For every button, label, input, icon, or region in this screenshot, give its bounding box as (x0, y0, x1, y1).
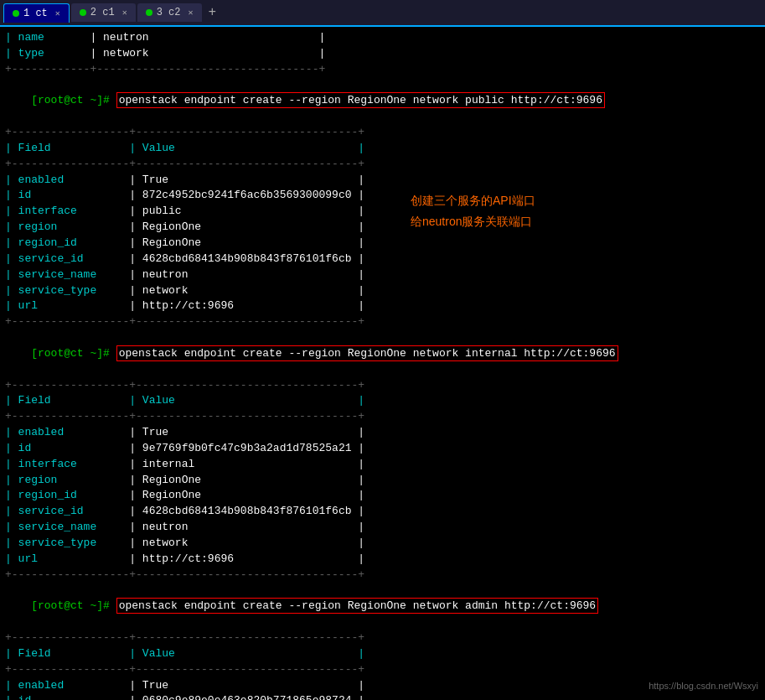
annotation-line1: 创建三个服务的API端口 (411, 190, 535, 211)
table2-div1: +------------------+--------------------… (5, 378, 760, 394)
annotation-line2: 给neutron服务关联端口 (411, 211, 535, 232)
table1-url: | url | http://ct:9696 | (5, 298, 760, 314)
table2-div2: +------------------+--------------------… (5, 409, 760, 425)
table1-service-type: | service_type | network | (5, 283, 760, 299)
tab-label-2: 2 c1 (90, 7, 115, 18)
tab-close-1[interactable]: ✕ (55, 8, 60, 18)
tab-bar: 1 ct ✕ 2 c1 ✕ 3 c2 ✕ + (0, 0, 765, 27)
table1-enabled: | enabled | True | (5, 173, 760, 189)
prompt-3: [root@ct ~]# (31, 599, 116, 612)
table1-region-id: | region_id | RegionOne | (5, 236, 760, 251)
table1-service-id: | service_id | 4628cbd684134b908b843f876… (5, 251, 760, 267)
command-line-3[interactable]: [root@ct ~]# openstack endpoint create -… (5, 583, 760, 631)
tab-close-3[interactable]: ✕ (189, 8, 194, 18)
command-line-2[interactable]: [root@ct ~]# openstack endpoint create -… (5, 330, 760, 378)
table1-div2: +------------------+--------------------… (5, 157, 760, 173)
table2-interface: | interface | internal | (5, 457, 760, 473)
tab-label-3: 3 c2 (157, 7, 181, 18)
table3-div1: +------------------+--------------------… (5, 630, 760, 646)
table3-div2: +------------------+--------------------… (5, 662, 760, 678)
table2-region-id: | region_id | RegionOne | (5, 488, 760, 504)
table1-interface: | interface | public | (5, 204, 760, 220)
table2-service-id: | service_id | 4628cbd684134b908b843f876… (5, 504, 760, 520)
table2-url: | url | http://ct:9696 | (5, 552, 760, 568)
terminal: | name | neutron | | type | network | +-… (0, 27, 765, 700)
tab-1ct[interactable]: 1 ct ✕ (3, 3, 70, 23)
line-name: | name | neutron | (5, 30, 760, 46)
cmd-text-3: openstack endpoint create --region Regio… (116, 598, 599, 614)
line-type: | type | network | (5, 46, 760, 62)
table2-service-name: | service_name | neutron | (5, 520, 760, 536)
command-line-1[interactable]: [root@ct ~]# openstack endpoint create -… (5, 78, 760, 126)
cmd-text-1: openstack endpoint create --region Regio… (116, 92, 605, 108)
table3-enabled: | enabled | True | (5, 678, 760, 694)
tab-dot-1 (13, 10, 19, 17)
annotation-block: 创建三个服务的API端口 给neutron服务关联端口 (411, 190, 535, 232)
tab-close-2[interactable]: ✕ (122, 8, 127, 18)
tab-dot-2 (80, 9, 86, 16)
tab-2c1[interactable]: 2 c1 ✕ (71, 3, 136, 22)
table1-div3: +------------------+--------------------… (5, 314, 760, 330)
cmd-text-2: openstack endpoint create --region Regio… (116, 345, 618, 361)
table2-region: | region | RegionOne | (5, 473, 760, 489)
table1-id: | id | 872c4952bc9241f6ac6b3569300099c0 … (5, 188, 760, 204)
tab-add-button[interactable]: + (204, 5, 222, 20)
prompt-1: [root@ct ~]# (31, 94, 116, 106)
table2-enabled: | enabled | True | (5, 425, 760, 441)
table2-header: | Field | Value | (5, 393, 760, 409)
table3-id: | id | 0680c9e89e0e463e820b771865e98724 … (5, 693, 760, 700)
tab-label-1: 1 ct (23, 8, 48, 19)
table1-service-name: | service_name | neutron | (5, 267, 760, 283)
table3-header: | Field | Value | (5, 646, 760, 662)
table2-id: | id | 9e7769f9b0fc47c9b3a2ad1d78525a21 … (5, 441, 760, 457)
tab-dot-3 (146, 9, 152, 16)
table1-region: | region | RegionOne | (5, 220, 760, 236)
table1-header: | Field | Value | (5, 141, 760, 157)
table1-div1: +------------------+--------------------… (5, 125, 760, 141)
table2-div3: +------------------+--------------------… (5, 568, 760, 583)
prompt-2: [root@ct ~]# (31, 347, 116, 360)
tab-3c2[interactable]: 3 c2 ✕ (137, 3, 202, 22)
watermark: https://blog.csdn.net/Wsxyi (649, 680, 758, 693)
table2-service-type: | service_type | network | (5, 536, 760, 552)
line-div0: +------------+--------------------------… (5, 62, 760, 78)
